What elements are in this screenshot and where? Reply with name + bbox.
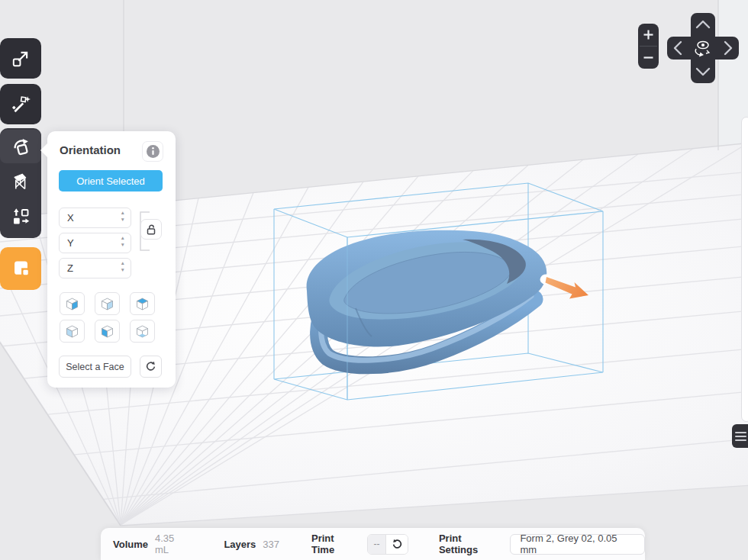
grip-lines-icon (735, 432, 746, 433)
dpad-control (667, 13, 739, 83)
spinner-up-icon[interactable]: ▲ (121, 261, 125, 266)
cube-face-icon (99, 296, 115, 312)
orient-selected-button[interactable]: Orient Selected (59, 170, 163, 191)
orient-cube-button-6[interactable] (130, 320, 155, 343)
cube-face-icon (64, 323, 80, 340)
layer-slider-handle[interactable] (732, 424, 748, 448)
orient-cube-button-4[interactable] (60, 320, 85, 343)
orientation-tool-button[interactable] (0, 130, 41, 163)
refresh-print-time-button[interactable] (386, 535, 408, 554)
info-icon (146, 144, 160, 159)
orient-cube-button-3[interactable] (130, 292, 155, 315)
print-settings-label: Print Settings (439, 533, 502, 555)
cube-face-icon (134, 323, 150, 340)
print-time-box: -- (367, 534, 408, 555)
status-bar: Volume 4.35 mL Layers 337 Print Time -- … (101, 528, 645, 560)
axis-z-field[interactable]: Z ▲▼ (59, 258, 131, 278)
volume-label: Volume (113, 539, 148, 550)
axis-x-label: X (67, 212, 74, 224)
axis-y-field[interactable]: Y ▲▼ (59, 233, 131, 253)
reset-icon (145, 361, 156, 372)
layout-icon (11, 207, 31, 227)
print-time-value: -- (368, 535, 387, 554)
panel-title: Orientation (60, 143, 121, 156)
layer-slider-track[interactable] (741, 117, 748, 422)
volume-value: 4.35 mL (155, 533, 190, 555)
axis-lock-button[interactable] (140, 219, 162, 240)
print-time-label: Print Time (311, 533, 359, 555)
supports-tool-button[interactable] (0, 165, 41, 198)
orient-cube-button-1[interactable] (60, 292, 85, 315)
spinner-up-icon[interactable]: ▲ (121, 211, 125, 215)
reset-orientation-button[interactable] (140, 356, 162, 378)
refresh-icon (392, 539, 403, 550)
cube-face-icon (99, 323, 115, 340)
magic-wand-icon (11, 95, 31, 114)
layers-label: Layers (224, 539, 256, 550)
orient-cube-button-5[interactable] (95, 320, 120, 343)
orientation-panel: Orientation Orient Selected X ▲▼ Y ▲▼ Z … (47, 131, 176, 388)
orientation-icon (11, 137, 31, 157)
cube-face-icon (134, 296, 150, 312)
unlock-icon (145, 224, 157, 236)
layout-tool-button[interactable] (0, 200, 41, 233)
select-a-face-button[interactable]: Select a Face (59, 356, 131, 378)
axis-y-label: Y (67, 237, 74, 249)
printer-material-button[interactable] (0, 247, 41, 290)
resin-cartridge-icon (11, 259, 31, 279)
zoom-control (638, 24, 659, 69)
axis-z-label: Z (67, 262, 73, 274)
size-tool-button[interactable] (0, 38, 41, 79)
size-icon (11, 49, 31, 69)
spinner-down-icon[interactable]: ▼ (121, 268, 125, 272)
spinner-down-icon[interactable]: ▼ (121, 243, 125, 247)
panel-caret (40, 143, 47, 157)
tool-group (0, 128, 41, 238)
print-settings-button[interactable]: Form 2, Grey 02, 0.05 mm (510, 534, 645, 555)
orient-cube-button-2[interactable] (95, 292, 120, 315)
layers-value: 337 (263, 539, 279, 550)
cube-face-icon (64, 296, 80, 312)
info-button[interactable] (142, 141, 163, 162)
axis-x-field[interactable]: X ▲▼ (59, 208, 131, 228)
spinner-up-icon[interactable]: ▲ (121, 236, 125, 240)
spinner-down-icon[interactable]: ▼ (121, 217, 125, 222)
supports-icon (11, 172, 31, 192)
one-click-print-tool-button[interactable] (0, 84, 41, 124)
eye-pupil-icon (701, 43, 704, 47)
view-controls (632, 6, 748, 93)
